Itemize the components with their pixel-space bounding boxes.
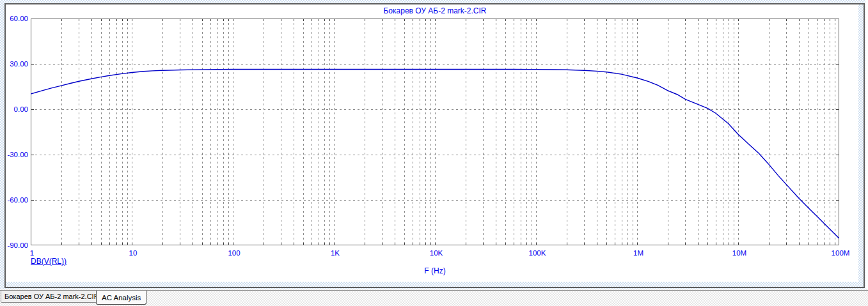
y-tick-label: 60.00 <box>6 15 28 23</box>
y-tick-label: -90.00 <box>6 241 28 250</box>
y-tick-label: 30.00 <box>6 60 28 68</box>
window-right-edge <box>865 0 868 289</box>
trace-label-db-vrl[interactable]: DB(V(RL)) <box>31 257 67 266</box>
bottom-tab-bar: Бокарев ОУ АБ-2 mark-2.CIR AC Analysis <box>0 289 868 306</box>
bode-plot-canvas[interactable] <box>31 19 839 245</box>
microcap-analysis-window: Бокарев ОУ АБ-2 mark-2.CIR 60.0030.000.0… <box>0 0 868 306</box>
x-tick-label: 10K <box>430 249 443 257</box>
plot-window-frame: Бокарев ОУ АБ-2 mark-2.CIR 60.0030.000.0… <box>4 3 865 288</box>
x-tick-label: 100M <box>832 249 850 257</box>
x-axis-title: F (Hz) <box>31 267 839 275</box>
y-tick-label: -60.00 <box>6 196 28 204</box>
x-tick-label: 10M <box>732 249 746 257</box>
tab-schematic-label: Бокарев ОУ АБ-2 mark-2.CIR <box>4 293 99 300</box>
x-tick-label: 10 <box>129 249 138 257</box>
x-tick-label: 1M <box>633 249 643 257</box>
x-tick-label: 100K <box>529 249 546 257</box>
x-tick-label: 100 <box>228 249 240 257</box>
tab-ac-analysis-label: AC Analysis <box>102 294 141 302</box>
tab-ac-analysis[interactable]: AC Analysis <box>96 291 146 305</box>
tab-schematic-file[interactable]: Бокарев ОУ АБ-2 mark-2.CIR <box>1 291 103 303</box>
plot-title: Бокарев ОУ АБ-2 mark-2.CIR <box>31 7 839 15</box>
y-tick-label: 0.00 <box>6 105 28 114</box>
y-tick-label: -30.00 <box>6 151 28 159</box>
plot-page: Бокарев ОУ АБ-2 mark-2.CIR 60.0030.000.0… <box>6 4 858 282</box>
x-tick-label: 1K <box>331 249 340 257</box>
